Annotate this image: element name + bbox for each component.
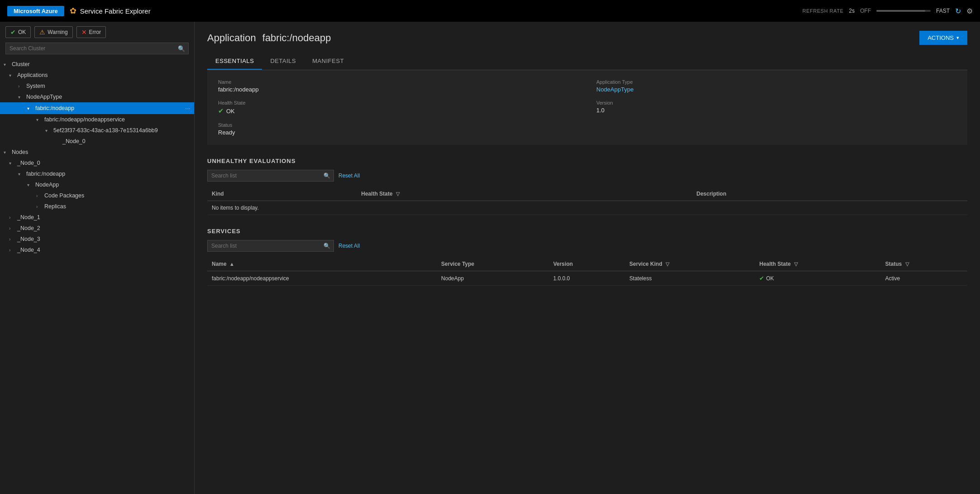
- tree-item-node3[interactable]: › _Node_3: [0, 234, 194, 245]
- service-fabric-icon: ✿: [70, 6, 76, 16]
- app-title-text: Service Fabric Explorer: [80, 7, 151, 15]
- tree-item-applications[interactable]: ▾ Applications: [0, 70, 194, 81]
- topnav-right: REFRESH RATE 2s OFF FAST ↻ ⚙: [803, 7, 973, 15]
- col-service-kind: Service Kind ▽: [625, 257, 755, 271]
- tree-item-label: _Node_3: [17, 236, 40, 242]
- tree-item-label: fabric:/nodeapp: [26, 171, 65, 177]
- chevron-icon: ▾: [18, 172, 24, 177]
- services-search-wrap: 🔍: [207, 240, 334, 252]
- service-type-cell: NodeApp: [437, 271, 549, 286]
- settings-icon[interactable]: ⚙: [966, 7, 973, 15]
- tree-item-label: fabric:/nodeapp: [35, 105, 74, 111]
- tree-item-replica-hash[interactable]: ▾ 5ef23f37-633c-43ac-a138-7e15314a6bb9: [0, 125, 194, 136]
- tab-manifest[interactable]: MANIFEST: [304, 54, 352, 70]
- tree-item-node2[interactable]: › _Node_2: [0, 223, 194, 234]
- page-title-prefix: Application: [207, 32, 256, 43]
- health-state-value: OK: [226, 108, 235, 115]
- tree-item-label: _Node_0: [62, 138, 86, 144]
- version-field: Version 1.0: [596, 100, 956, 115]
- version-value: 1.0: [596, 107, 956, 114]
- tree-item-fabric-nodeapp-node[interactable]: ▾ fabric:/nodeapp: [0, 168, 194, 179]
- services-search-input[interactable]: [207, 240, 334, 252]
- service-ok-icon: ✔: [759, 275, 764, 282]
- tree-item-nodeapp-node[interactable]: ▾ NodeApp: [0, 179, 194, 190]
- unhealthy-reset-all[interactable]: Reset All: [338, 173, 360, 179]
- tree-item-label: _Node_2: [17, 225, 40, 231]
- topnav: Microsoft Azure ✿ Service Fabric Explore…: [0, 0, 980, 22]
- services-reset-all[interactable]: Reset All: [338, 243, 360, 249]
- status-svc-filter-icon[interactable]: ▽: [905, 261, 909, 267]
- services-search-icon: 🔍: [323, 243, 330, 249]
- tree-item-node1[interactable]: › _Node_1: [0, 212, 194, 223]
- sidebar: ✔ OK ⚠ Warning ✕ Error 🔍 ▾ Cluster ▾: [0, 22, 195, 494]
- more-icon[interactable]: ···: [185, 105, 190, 112]
- tree-item-replicas[interactable]: › Replicas: [0, 201, 194, 212]
- tree-item-nodeapptype[interactable]: ▾ NodeAppType: [0, 91, 194, 102]
- refresh-rate-value: 2s: [849, 8, 855, 14]
- chevron-icon: ▾: [9, 73, 14, 78]
- tree-item-fabric-nodeapp-svc[interactable]: ▾ fabric:/nodeapp/nodeappservice: [0, 114, 194, 125]
- service-health-value: OK: [766, 275, 774, 282]
- col-description: Description: [692, 187, 967, 201]
- refresh-off-label: OFF: [860, 8, 871, 14]
- tree-item-label: Cluster: [12, 61, 30, 67]
- chevron-icon: ▾: [27, 106, 33, 111]
- service-name-cell[interactable]: fabric:/nodeapp/nodeappservice: [207, 271, 437, 286]
- service-kind-filter-icon[interactable]: ▽: [666, 261, 669, 267]
- search-cluster-wrap: 🔍: [5, 43, 189, 54]
- warning-button[interactable]: ⚠ Warning: [34, 26, 72, 38]
- unhealthy-table: Kind Health State ▽ Description No items: [207, 187, 967, 215]
- error-icon: ✕: [81, 29, 87, 36]
- app-type-field: Application Type NodeAppType: [596, 79, 956, 93]
- azure-logo: Microsoft Azure: [7, 6, 64, 16]
- tree-item-label: NodeApp: [35, 182, 59, 188]
- tree-item-node4[interactable]: › _Node_4: [0, 245, 194, 255]
- chevron-icon: ›: [9, 226, 14, 231]
- refresh-slider-fill: [876, 10, 925, 12]
- col-health-state: Health State ▽: [357, 187, 692, 201]
- chevron-icon: ›: [9, 248, 14, 253]
- error-button[interactable]: ✕ Error: [76, 26, 106, 38]
- health-state-filter-icon[interactable]: ▽: [396, 191, 400, 197]
- health-ok-icon: ✔: [218, 107, 224, 115]
- col-health-state-svc: Health State ▽: [755, 257, 880, 271]
- tree-item-fabric-nodeapp[interactable]: ▾ fabric:/nodeapp ···: [0, 102, 194, 114]
- tree-item-system[interactable]: › System: [0, 81, 194, 91]
- actions-button[interactable]: ACTIONS ▾: [919, 31, 967, 45]
- col-status-svc: Status ▽: [881, 257, 967, 271]
- sidebar-header: ✔ OK ⚠ Warning ✕ Error: [0, 22, 194, 43]
- unhealthy-search-input[interactable]: [207, 170, 334, 182]
- refresh-icon[interactable]: ↻: [955, 7, 961, 15]
- health-state-badge: ✔ OK: [218, 107, 578, 115]
- tree-item-node0-leaf[interactable]: _Node_0: [0, 136, 194, 147]
- app-title: ✿ Service Fabric Explorer: [70, 6, 151, 16]
- refresh-slider[interactable]: [876, 10, 931, 12]
- tree-item-node0[interactable]: ▾ _Node_0: [0, 158, 194, 168]
- tree-item-label: fabric:/nodeapp/nodeappservice: [44, 116, 125, 123]
- search-cluster-input[interactable]: [5, 43, 189, 54]
- error-label: Error: [89, 29, 101, 35]
- ok-button[interactable]: ✔ OK: [5, 26, 31, 38]
- tab-essentials[interactable]: ESSENTIALS: [207, 54, 262, 70]
- app-type-value[interactable]: NodeAppType: [596, 86, 956, 93]
- tab-details[interactable]: DETAILS: [262, 54, 304, 70]
- service-health-cell: ✔ OK: [755, 271, 880, 286]
- col-kind: Kind: [207, 187, 357, 201]
- services-table: Name ▲ Service Type Version Service Kind…: [207, 257, 967, 286]
- service-kind-cell: Stateless: [625, 271, 755, 286]
- tree-item-nodes[interactable]: ▾ Nodes: [0, 147, 194, 158]
- tree-item-label: _Node_0: [17, 160, 40, 166]
- no-items-text: No items to display.: [207, 201, 967, 215]
- tree-item-cluster[interactable]: ▾ Cluster: [0, 59, 194, 70]
- search-cluster-icon: 🔍: [178, 45, 185, 52]
- warning-icon: ⚠: [39, 29, 45, 36]
- tree-item-code-packages[interactable]: › Code Packages: [0, 190, 194, 201]
- chevron-icon: ▾: [36, 117, 42, 122]
- health-state-svc-filter-icon[interactable]: ▽: [794, 261, 798, 267]
- chevron-icon: ▾: [4, 150, 9, 155]
- name-sort-icon[interactable]: ▲: [229, 261, 234, 267]
- chevron-icon: ›: [9, 237, 14, 242]
- essentials-panel: Name fabric:/nodeapp Application Type No…: [207, 70, 967, 145]
- main-layout: ✔ OK ⚠ Warning ✕ Error 🔍 ▾ Cluster ▾: [0, 22, 980, 494]
- chevron-icon: ›: [36, 204, 42, 209]
